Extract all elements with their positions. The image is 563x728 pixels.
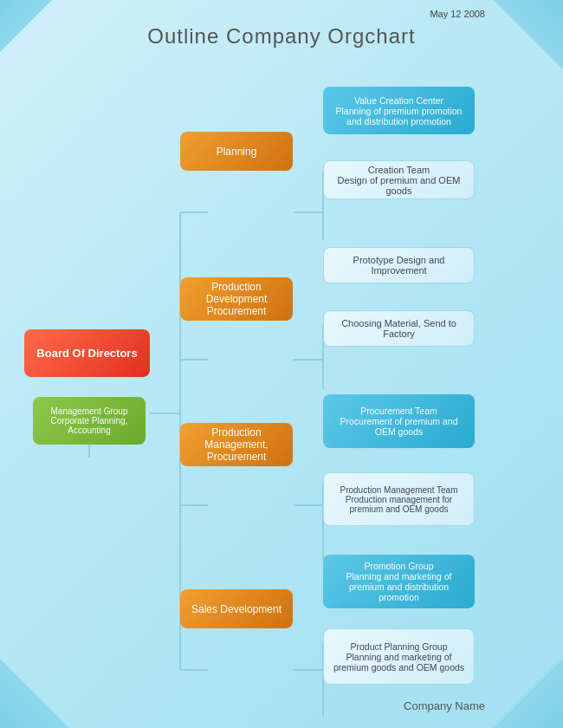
company-name-label: Company Name	[404, 699, 485, 712]
prod-dev-label: Production Development Procurement	[191, 281, 282, 317]
date-label: May 12 2008	[430, 9, 485, 19]
planning-label: Planning	[217, 146, 257, 158]
creation-team-label: Creation Team Design of premium and OEM …	[333, 165, 465, 196]
sales-node: Sales Development	[180, 589, 293, 628]
value-center-node: Value Creation Center Planning of premiu…	[323, 87, 475, 134]
prod-mgmt-team-label: Production Management Team Production ma…	[333, 485, 465, 514]
creation-team-node: Creation Team Design of premium and OEM …	[323, 160, 475, 199]
prototype-label: Prototype Design and Improvement	[333, 255, 465, 276]
procurement-team-node: Procurement Team Procurement of premium …	[323, 394, 475, 448]
planning-node: Planning	[180, 132, 293, 171]
page-title: Outline Company Orgchart	[0, 24, 563, 49]
product-planning-node: Product Planning Group Planning and mark…	[323, 628, 475, 685]
management-group-node: Management Group Corporate Planning, Acc…	[33, 397, 146, 445]
choosing-label: Choosing Material, Send to Factory	[333, 318, 465, 339]
prod-mgmt-node: Production Management, Procurement	[180, 423, 293, 466]
value-center-label: Value Creation Center Planning of premiu…	[332, 95, 466, 127]
board-label: Board Of Directors	[36, 347, 137, 360]
board-of-directors-node: Board Of Directors	[24, 329, 150, 377]
sales-label: Sales Development	[191, 603, 282, 615]
prod-mgmt-team-node: Production Management Team Production ma…	[323, 472, 475, 526]
product-planning-label: Product Planning Group Planning and mark…	[333, 641, 465, 673]
choosing-node: Choosing Material, Send to Factory	[323, 310, 475, 347]
promotion-node: Promotion Group Planning and marketing o…	[323, 555, 475, 608]
prototype-node: Prototype Design and Improvement	[323, 247, 475, 283]
procurement-team-label: Procurement Team Procurement of premium …	[332, 406, 466, 437]
prod-dev-node: Production Development Procurement	[180, 277, 293, 321]
mgmt-label: Management Group Corporate Planning, Acc…	[51, 406, 128, 435]
prod-mgmt-label: Production Management, Procurement	[191, 426, 282, 463]
promotion-label: Promotion Group Planning and marketing o…	[332, 561, 466, 602]
